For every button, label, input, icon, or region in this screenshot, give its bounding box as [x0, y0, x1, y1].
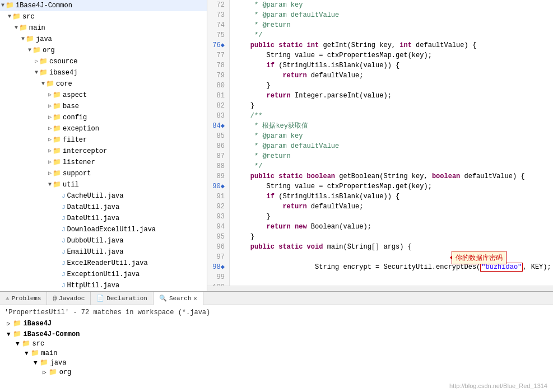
support-label: support [63, 169, 91, 179]
tree-exception[interactable]: ▷ 📁 exception [0, 123, 207, 134]
java-label2: java [50, 359, 67, 367]
config-label: config [63, 113, 87, 123]
main-arrow: ▼ [15, 23, 18, 33]
tree-aspect[interactable]: ▷ 📁 aspect [0, 90, 207, 101]
common-project-label: iBase4J-Common [24, 330, 80, 338]
tab-problems[interactable]: ⚠ Problems [0, 292, 47, 305]
core-arrow: ▼ [41, 79, 45, 89]
search-src[interactable]: ▼ 📁 src [4, 339, 549, 348]
interceptor-arrow: ▷ [48, 146, 52, 156]
code-editor: 72 73 74 75 76◆ 77 78 79 80 81 82 83 84◆… [207, 0, 553, 286]
org-label2: org [59, 368, 72, 376]
ibase4j-expand-icon: ▷ [7, 320, 11, 327]
code-line-96: } [234, 232, 551, 242]
filter-arrow: ▷ [48, 135, 52, 145]
search-group-ibase4j: ▷ 📁 iBase4J [4, 319, 549, 328]
filter-folder-icon: 📁 [53, 135, 61, 145]
tree-downloadexcelutil[interactable]: J DownloadExcelUtil.java [0, 224, 207, 235]
tree-filter[interactable]: ▷ 📁 filter [0, 134, 207, 146]
java-folder-icon2: 📁 [40, 358, 48, 367]
tab-declaration[interactable]: 📄 Declaration [91, 292, 154, 305]
tree-java[interactable]: ▼ 📁 java [0, 34, 207, 45]
src-arrow: ▼ [8, 12, 11, 22]
tree-root[interactable]: ▼ 📁 iBase4J-Common [0, 0, 207, 11]
code-line-91: String value = ctxPropertiesMap.get(key)… [234, 181, 551, 192]
javadoc-label: Javadoc [59, 295, 85, 302]
downloadexcelutil-label: DownloadExcelUtil.java [67, 225, 156, 235]
tree-src[interactable]: ▼ 📁 src [0, 11, 207, 22]
search-java[interactable]: ▼ 📁 java [4, 358, 549, 367]
org-label: org [43, 45, 55, 55]
code-line-72: * @param key [234, 0, 551, 10]
tab-search[interactable]: 🔍 Search ✕ [154, 292, 203, 305]
java-label: java [36, 34, 52, 44]
org-folder-icon: 📁 [32, 45, 41, 55]
code-line-84: /** [234, 111, 551, 121]
tree-ibase4j[interactable]: ▼ 📁 ibase4j [0, 67, 207, 78]
ibase4j-arrow: ▼ [35, 68, 38, 78]
tree-base[interactable]: ▷ 📁 base [0, 101, 207, 112]
search-group-ibase4j-header[interactable]: ▷ 📁 iBase4J [4, 319, 549, 328]
line-numbers: 72 73 74 75 76◆ 77 78 79 80 81 82 83 84◆… [207, 0, 230, 286]
main-label: main [29, 23, 45, 33]
problems-label: Problems [12, 295, 41, 302]
tree-cacheutil[interactable]: J CacheUtil.java [0, 190, 207, 202]
base-arrow: ▷ [48, 101, 52, 111]
tree-support[interactable]: ▷ 📁 support [0, 168, 207, 179]
search-tab-icon: 🔍 [159, 295, 167, 302]
root-folder-icon: 📁 [6, 1, 14, 11]
config-arrow: ▷ [48, 113, 52, 123]
tree-core[interactable]: ▼ 📁 core [0, 78, 207, 90]
csource-arrow: ▷ [35, 57, 38, 67]
src-label2: src [32, 340, 45, 348]
code-line-86: * @param key [234, 131, 551, 141]
tree-httputil[interactable]: J HttpUtil.java [0, 280, 207, 291]
tree-excelreaderutil[interactable]: J ExcelReaderUtil.java [0, 258, 207, 269]
tooltip-bubble: 你的数据库密码 [452, 251, 506, 264]
tree-csource[interactable]: ▷ 📁 csource [0, 56, 207, 67]
main-folder-icon: 📁 [19, 23, 27, 33]
tree-listener[interactable]: ▷ 📁 listener [0, 157, 207, 168]
tree-main[interactable]: ▼ 📁 main [0, 22, 207, 34]
code-line-74: * @return [234, 20, 551, 30]
code-line-93: return defaultValue; [234, 202, 551, 212]
listener-folder-icon: 📁 [53, 157, 61, 167]
support-folder-icon: 📁 [53, 169, 61, 179]
tab-javadoc[interactable]: @ Javadoc [47, 292, 91, 305]
src-folder-icon2: 📁 [22, 339, 30, 348]
search-org[interactable]: ▷ 📁 org [4, 367, 549, 377]
code-line-73: * @param defaultValue [234, 10, 551, 20]
java-file-icon: J [62, 213, 66, 223]
search-main[interactable]: ▼ 📁 main [4, 348, 549, 358]
exception-folder-icon: 📁 [53, 124, 61, 134]
java-file-icon: J [62, 269, 66, 279]
java-folder-icon: 📁 [26, 34, 34, 44]
tree-config[interactable]: ▷ 📁 config [0, 112, 207, 123]
cacheutil-label: CacheUtil.java [67, 191, 124, 201]
search-close-icon[interactable]: ✕ [194, 295, 197, 302]
tree-datautil[interactable]: J DataUtil.java [0, 202, 207, 213]
tree-emailutil[interactable]: J EmailUtil.java [0, 246, 207, 258]
code-content: * @param key * @param defaultValue * @re… [230, 0, 553, 286]
interceptor-folder-icon: 📁 [53, 146, 61, 156]
search-group-common-header[interactable]: ▼ 📁 iBase4J-Common [4, 329, 549, 339]
tree-dateutil[interactable]: J DateUtil.java [0, 213, 207, 224]
tree-interceptor[interactable]: ▷ 📁 interceptor [0, 146, 207, 157]
search-header: 'PropertiesUtil' - 72 matches in workspa… [4, 309, 549, 316]
code-line-95: return new Boolean(value); [234, 222, 551, 232]
aspect-label: aspect [63, 90, 87, 100]
java-file-icon: J [62, 191, 66, 201]
search-group-ibase4j-common: ▼ 📁 iBase4J-Common ▼ 📁 src ▼ 📁 main ▼ 📁 … [4, 329, 549, 377]
tree-util[interactable]: ▼ 📁 util [0, 179, 207, 190]
tree-dubboutil[interactable]: J DubboUtil.java [0, 235, 207, 246]
tree-org[interactable]: ▼ 📁 org [0, 45, 207, 56]
java-file-icon: J [62, 202, 66, 212]
tree-exceptionutil[interactable]: J ExceptionUtil.java [0, 269, 207, 280]
problems-icon: ⚠ [6, 295, 10, 302]
core-folder-icon: 📁 [46, 79, 54, 89]
ibase4j-folder-icon: 📁 [39, 68, 48, 78]
aspect-arrow: ▷ [48, 90, 52, 100]
horizontal-scrollbar[interactable] [207, 286, 553, 291]
tab-bar: ⚠ Problems @ Javadoc 📄 Declaration 🔍 Sea… [0, 292, 553, 305]
excelreaderutil-label: ExcelReaderUtil.java [67, 258, 148, 268]
